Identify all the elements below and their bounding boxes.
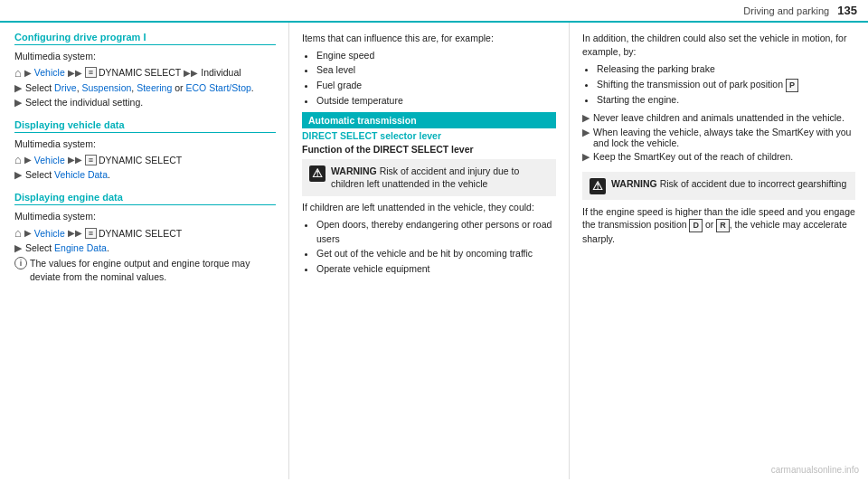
right-bullet-2: ▶ When leaving the vehicle, always take … — [582, 127, 855, 148]
left-column: Configuring drive program I Multimedia s… — [0, 23, 289, 479]
right-bullet-text-1: Never leave children and animals unatten… — [593, 112, 844, 123]
nav-vehicle-label-3: Vehicle — [34, 228, 65, 239]
bullet-text-1: Select Drive, Suspension, Steering or EC… — [25, 82, 254, 93]
vehicle-bullet-1: ▶ Select Vehicle Data. — [14, 169, 276, 181]
nav-home-icon-3: ⌂ — [14, 226, 22, 240]
warning-box-1: ⚠ WARNING Risk of accident and injury du… — [302, 159, 556, 196]
nav-home-icon: ⌂ — [14, 66, 22, 80]
engine-multimedia-label: Multimedia system: — [14, 210, 276, 223]
vehicle-nav: ⌂ ▶ Vehicle ▶▶ ≡ DYNAMIC SELECT — [14, 153, 276, 166]
content-area: Configuring drive program I Multimedia s… — [0, 23, 868, 479]
nav-select-text: SELECT — [144, 67, 181, 78]
right-bullet-1: ▶ Never leave children and animals unatt… — [582, 112, 855, 124]
right-bullet-text-2: When leaving the vehicle, always take th… — [593, 127, 855, 148]
right-arrow-3: ▶ — [582, 151, 590, 163]
nav-arrow-e2: ▶▶ — [68, 228, 82, 238]
vehicle-bullet-text-1: Select Vehicle Data. — [25, 169, 110, 180]
nav-arrow-1: ▶ — [24, 68, 32, 78]
engine-info: i The values for engine output and engin… — [14, 257, 276, 283]
teal-header-auto-transmission: Automatic transmission — [302, 112, 556, 128]
nav-menu-box-v: ≡ — [85, 155, 97, 165]
section-title-configure: Configuring drive program I — [14, 32, 276, 45]
sub-header-direct-select: DIRECT SELECT selector lever — [302, 130, 556, 141]
bullet-arrow-icon-2: ▶ — [14, 97, 22, 109]
nav-vehicle-label-2: Vehicle — [34, 155, 65, 165]
list-item-fuel-grade: Fuel grade — [316, 79, 556, 93]
warning-text-1: WARNING Risk of accident and injury due … — [331, 165, 549, 191]
engine-bullet-text-1: Select Engine Data. — [25, 242, 109, 253]
configure-nav: ⌂ ▶ Vehicle ▶▶ ≡ DYNAMIC SELECT ▶▶ Indiv… — [14, 66, 276, 80]
children-list-item-1: Open doors, thereby endangering other pe… — [316, 218, 556, 247]
nav-dynamic-select-v: DYNAMIC SELECT — [99, 155, 182, 165]
watermark: carmanualsonline.info — [771, 465, 859, 475]
intro-list: Engine speed Sea level Fuel grade Outsid… — [316, 49, 556, 109]
nav-arrow-2: ▶▶ — [68, 68, 82, 78]
header-bar: Driving and parking 135 — [0, 0, 868, 23]
right-column: In addition, the children could also set… — [570, 23, 868, 479]
nav-arrow-v2: ▶▶ — [68, 155, 82, 165]
motion-item-3: Starting the engine. — [597, 93, 855, 108]
list-item-engine-speed: Engine speed — [316, 49, 556, 63]
section-display-engine: Displaying engine data Multimedia system… — [14, 192, 276, 283]
warning-icon-2: ⚠ — [590, 178, 606, 194]
list-item-sea-level: Sea level — [316, 63, 556, 78]
list-item-outside-temp: Outside temperature — [316, 94, 556, 109]
configure-multimedia-label: Multimedia system: — [14, 50, 276, 63]
children-list: Open doors, thereby endangering other pe… — [316, 218, 556, 277]
motion-item-2: Shifting the transmission out of park po… — [597, 78, 855, 92]
bullet-arrow-e1: ▶ — [14, 242, 22, 254]
nav-arrow-v1: ▶ — [24, 155, 32, 165]
configure-bullet-1: ▶ Select Drive, Suspension, Steering or … — [14, 82, 276, 94]
page-number: 135 — [837, 4, 857, 17]
right-intro: In addition, the children could also set… — [582, 32, 855, 58]
children-list-item-3: Operate vehicle equipment — [316, 262, 556, 277]
nav-home-icon-2: ⌂ — [14, 153, 22, 166]
nav-vehicle-label: Vehicle — [34, 67, 65, 78]
nav-menu-box-1: ≡ — [85, 67, 97, 78]
children-list-item-2: Get out of the vehicle and be hit by onc… — [316, 247, 556, 261]
nav-dynamic-select-label: DYNAMIC — [99, 67, 142, 78]
warning-icon-1: ⚠ — [309, 165, 326, 182]
nav-arrow-3: ▶▶ — [184, 68, 198, 78]
engine-info-text: The values for engine output and engine … — [30, 257, 276, 283]
header-section: Driving and parking — [743, 5, 829, 16]
engine-nav: ⌂ ▶ Vehicle ▶▶ ≡ DYNAMIC SELECT — [14, 226, 276, 240]
section-configure-drive: Configuring drive program I Multimedia s… — [14, 32, 276, 109]
vehicle-multimedia-label: Multimedia system: — [14, 137, 276, 151]
bullet-text-2: Select the individual setting. — [25, 97, 143, 108]
right-bullet-3: ▶ Keep the SmartKey out of the reach of … — [582, 151, 855, 163]
function-header: Function of the DIRECT SELECT lever — [302, 144, 556, 155]
right-arrow-2: ▶ — [582, 127, 590, 138]
after-warning-2-text: If the engine speed is higher than the i… — [582, 205, 855, 246]
motion-item-1: Releasing the parking brake — [597, 62, 855, 77]
warning-box-2: ⚠ WARNING Risk of accident due to incorr… — [582, 172, 855, 200]
warning-text-2: WARNING Risk of accident due to incorrec… — [611, 177, 846, 191]
info-icon: i — [14, 257, 27, 269]
mid-column: Items that can influence this are, for e… — [289, 23, 570, 479]
after-warning-text: If children are left unattended in the v… — [302, 201, 556, 214]
nav-dynamic-select-e: DYNAMIC SELECT — [99, 228, 182, 239]
configure-bullet-2: ▶ Select the individual setting. — [14, 97, 276, 109]
section-title-vehicle: Displaying vehicle data — [14, 119, 276, 133]
right-bullet-text-3: Keep the SmartKey out of the reach of ch… — [593, 151, 793, 162]
section-display-vehicle: Displaying vehicle data Multimedia syste… — [14, 119, 276, 182]
section-title-engine: Displaying engine data — [14, 192, 276, 205]
bullet-arrow-icon-1: ▶ — [14, 82, 22, 94]
engine-bullet-1: ▶ Select Engine Data. — [14, 242, 276, 254]
mid-intro: Items that can influence this are, for e… — [302, 32, 556, 45]
nav-menu-box-e: ≡ — [85, 228, 97, 239]
nav-arrow-e1: ▶ — [24, 228, 32, 238]
right-arrow-1: ▶ — [582, 112, 590, 124]
bullet-arrow-v1: ▶ — [14, 169, 22, 181]
motion-list: Releasing the parking brake Shifting the… — [597, 62, 855, 107]
nav-individual-label: Individual — [201, 67, 241, 78]
